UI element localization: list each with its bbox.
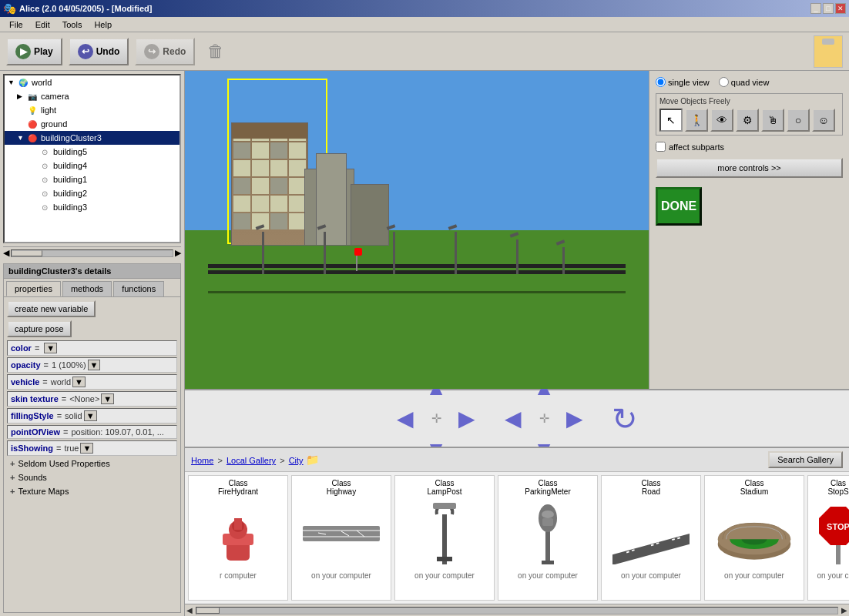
move-person-btn[interactable]: 🚶: [685, 109, 708, 132]
tree-label-building2: building2: [53, 189, 87, 198]
property-color[interactable]: color = ▼: [7, 340, 177, 356]
move-face-btn[interactable]: ☺: [812, 109, 835, 132]
gallery-scroll-left[interactable]: ◀: [186, 606, 193, 614]
tree-scroll-track[interactable]: [11, 249, 173, 257]
prop-opacity-dropdown[interactable]: ▼: [88, 360, 101, 370]
nav-center[interactable]: ✛: [421, 403, 451, 434]
prop-opacity-name: opacity: [11, 360, 41, 370]
single-view-radio[interactable]: [656, 77, 666, 87]
tree-item-ground[interactable]: 🔴 ground: [5, 117, 180, 131]
quad-view-option[interactable]: quad view: [719, 77, 770, 87]
viewport[interactable]: [185, 71, 649, 389]
tree-item-camera[interactable]: ▶ 📷 camera: [5, 89, 180, 103]
tree-item-building4[interactable]: ⊙ building4: [5, 159, 180, 172]
gallery-scrollbar[interactable]: ◀ ▶: [185, 604, 849, 616]
menu-tools[interactable]: Tools: [56, 18, 89, 31]
breadcrumb-city[interactable]: City: [289, 456, 304, 465]
done-button[interactable]: DONE: [656, 187, 702, 226]
affect-subparts-label: affect subparts: [669, 142, 724, 152]
tab-properties[interactable]: properties: [6, 281, 61, 296]
lamppost-2-pole: [324, 232, 326, 274]
gallery-items[interactable]: ClassFireHydrant r computer: [185, 472, 849, 604]
menu-edit[interactable]: Edit: [29, 18, 56, 31]
gallery-stopsign-img: STOP: [807, 499, 849, 568]
breadcrumb-local-gallery[interactable]: Local Gallery: [227, 456, 276, 465]
prop-color-name: color: [11, 343, 32, 353]
move-eye-btn[interactable]: 👁: [710, 109, 733, 132]
gallery-item-firehydrant[interactable]: ClassFireHydrant r computer: [188, 475, 288, 601]
tree-item-building1[interactable]: ⊙ building1: [5, 172, 180, 186]
property-opacity[interactable]: opacity = 1 (100%) ▼: [7, 357, 177, 373]
property-skin-texture[interactable]: skin texture = <None> ▼: [7, 391, 177, 407]
gallery-item-lamppost[interactable]: ClassLampPost on your computer: [394, 475, 495, 601]
gallery-item-highway[interactable]: ClassHighway on your computer: [291, 475, 391, 601]
tab-functions[interactable]: functions: [113, 281, 164, 296]
tree-item-buildingcluster3[interactable]: ▼ 🔴 buildingCluster3: [5, 131, 180, 145]
prop-filling-dropdown[interactable]: ▼: [84, 410, 97, 421]
gallery-scroll-track[interactable]: [196, 607, 838, 614]
tree-item-building5[interactable]: ⊙ building5: [5, 145, 180, 159]
affect-subparts-checkbox[interactable]: [656, 142, 666, 152]
minimize-button[interactable]: _: [810, 3, 821, 14]
expand-seldom-used[interactable]: + Seldom Used Properties: [7, 457, 177, 470]
capture-pose-button[interactable]: capture pose: [7, 320, 72, 337]
b4-object-icon: ⊙: [39, 159, 51, 172]
move-ring-btn[interactable]: ○: [787, 109, 810, 132]
nav-right[interactable]: ▶: [451, 403, 482, 434]
move-mouse-btn[interactable]: 🖱: [761, 109, 784, 132]
nav-left[interactable]: ◀: [390, 403, 421, 434]
prop-color-dropdown[interactable]: ▼: [44, 343, 57, 353]
tree-scroll-left-arrow[interactable]: ◀: [3, 248, 9, 258]
svg-rect-15: [542, 561, 554, 564]
tree-scroll-thumb[interactable]: [12, 250, 42, 256]
rotate-button[interactable]: ↻: [606, 400, 644, 438]
gallery-item-stadium[interactable]: ClassStadium on your computer: [704, 475, 804, 601]
undo-button[interactable]: ↩ Undo: [69, 38, 129, 65]
gallery-item-road[interactable]: ClassRoad on your computer: [601, 475, 701, 601]
property-isshowing[interactable]: isShowing = true ▼: [7, 440, 177, 456]
redo-button[interactable]: ↪ Redo: [135, 38, 195, 65]
move-gear-btn[interactable]: ⚙: [736, 109, 759, 132]
menu-file[interactable]: File: [3, 18, 29, 31]
move-arrow-btn[interactable]: ↖: [659, 109, 683, 132]
trash-button[interactable]: 🗑: [207, 42, 224, 62]
prop-vehicle-dropdown[interactable]: ▼: [72, 377, 86, 387]
play-button[interactable]: ▶ Play: [6, 38, 62, 65]
scene-ground: [185, 230, 649, 390]
tree-item-building2[interactable]: ⊙ building2: [5, 186, 180, 200]
single-view-option[interactable]: single view: [656, 77, 710, 87]
object-tree[interactable]: ▼ 🌍 world ▶ 📷 camera 💡 light 🔴 ground ▼: [3, 74, 181, 243]
expand-sounds[interactable]: + Sounds: [7, 471, 177, 484]
quad-view-radio[interactable]: [719, 77, 729, 87]
lamppost-1-pole: [262, 232, 264, 274]
gallery-item-parkingmeter[interactable]: ClassParkingMeter on your computer: [498, 475, 598, 601]
tree-item-world[interactable]: ▼ 🌍 world: [5, 75, 180, 89]
tab-methods[interactable]: methods: [62, 281, 112, 296]
create-variable-button[interactable]: create new variable: [7, 300, 96, 317]
property-filling-style[interactable]: fillingStyle = solid ▼: [7, 408, 177, 424]
prop-skin-dropdown[interactable]: ▼: [101, 393, 114, 404]
more-controls-button[interactable]: more controls >>: [656, 158, 843, 178]
expand-texture-maps[interactable]: + Texture Maps: [7, 485, 177, 497]
gallery-scroll-right[interactable]: ▶: [841, 606, 847, 614]
nav-r-right[interactable]: ▶: [559, 403, 590, 434]
prop-showing-dropdown[interactable]: ▼: [80, 443, 93, 454]
tree-item-light[interactable]: 💡 light: [5, 103, 180, 117]
menu-help[interactable]: Help: [88, 18, 118, 31]
folder-icon[interactable]: 📁: [306, 454, 319, 466]
tree-bottom-scrollbar[interactable]: ◀ ▶: [3, 246, 181, 259]
nav-r-center[interactable]: ✛: [529, 403, 559, 434]
titlebar: 🎭 Alice (2.0 04/05/2005) - [Modified] _ …: [0, 0, 849, 17]
close-button[interactable]: ✕: [835, 3, 846, 14]
property-vehicle[interactable]: vehicle = world ▼: [7, 374, 177, 390]
breadcrumb-home[interactable]: Home: [191, 456, 213, 465]
ground-object-icon: 🔴: [26, 118, 39, 130]
prop-skin-eq: =: [62, 394, 66, 403]
tree-scroll-right-arrow[interactable]: ▶: [175, 248, 181, 258]
tree-item-building3[interactable]: ⊙ building3: [5, 200, 180, 214]
maximize-button[interactable]: □: [823, 3, 834, 14]
nav-r-left[interactable]: ◀: [498, 403, 529, 434]
gallery-scroll-thumb[interactable]: [196, 608, 220, 614]
gallery-item-stopsign[interactable]: ClasStopS STOP on your com: [807, 475, 849, 601]
search-gallery-button[interactable]: Search Gallery: [768, 451, 843, 468]
